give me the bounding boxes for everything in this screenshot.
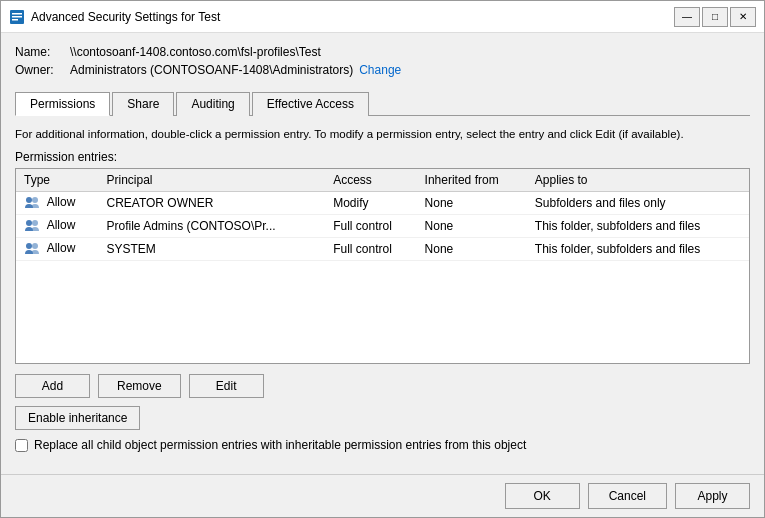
col-inherited-from: Inherited from [417,169,527,192]
svg-rect-2 [12,16,22,18]
tab-content-permissions: For additional information, double-click… [15,116,750,462]
enable-inheritance-button[interactable]: Enable inheritance [15,406,140,430]
replace-permissions-row: Replace all child object permission entr… [15,438,750,452]
edit-button[interactable]: Edit [189,374,264,398]
svg-rect-3 [12,19,18,21]
cancel-button[interactable]: Cancel [588,483,667,509]
owner-value: Administrators (CONTOSOANF-1408\Administ… [70,63,353,77]
maximize-button[interactable]: □ [702,7,728,27]
replace-permissions-label: Replace all child object permission entr… [34,438,526,452]
footer: OK Cancel Apply [1,474,764,517]
row-1-applies-to: This folder, subfolders and files [527,215,749,238]
content-area: Name: \\contosoanf-1408.contoso.com\fsl-… [1,33,764,474]
permissions-table-body: Allow CREATOR OWNER Modify None Subfolde… [16,192,749,261]
tab-bar: Permissions Share Auditing Effective Acc… [15,91,750,116]
close-button[interactable]: ✕ [730,7,756,27]
tab-effective-access[interactable]: Effective Access [252,92,369,116]
user-icon [24,241,40,257]
window-controls: — □ ✕ [674,7,756,27]
window-title: Advanced Security Settings for Test [31,10,674,24]
permissions-table: Type Principal Access Inherited from App… [16,169,749,261]
owner-label: Owner: [15,63,70,77]
apply-button[interactable]: Apply [675,483,750,509]
row-2-access: Full control [325,238,416,261]
tab-permissions[interactable]: Permissions [15,92,110,116]
svg-point-9 [32,243,38,249]
inheritance-button-container: Enable inheritance [15,406,750,438]
row-2-type: Allow [16,238,98,261]
svg-point-7 [32,220,38,226]
description-text: For additional information, double-click… [15,126,750,142]
user-icon [24,218,40,234]
row-1-type: Allow [16,215,98,238]
ok-button[interactable]: OK [505,483,580,509]
title-bar: Advanced Security Settings for Test — □ … [1,1,764,33]
row-0-principal: CREATOR OWNER [98,192,325,215]
col-applies-to: Applies to [527,169,749,192]
row-0-inherited-from: None [417,192,527,215]
change-link[interactable]: Change [359,63,401,77]
row-0-type: Allow [16,192,98,215]
name-label: Name: [15,45,70,59]
table-row[interactable]: Allow Profile Admins (CONTOSO\Pr... Full… [16,215,749,238]
svg-point-8 [26,243,32,249]
col-access: Access [325,169,416,192]
owner-row: Owner: Administrators (CONTOSOANF-1408\A… [15,63,750,77]
row-0-applies-to: Subfolders and files only [527,192,749,215]
window-icon [9,9,25,25]
permission-entries-label: Permission entries: [15,150,750,164]
user-icon [24,195,40,211]
svg-point-5 [32,197,38,203]
action-buttons: Add Remove Edit [15,374,750,398]
permissions-table-container: Type Principal Access Inherited from App… [15,168,750,364]
row-2-inherited-from: None [417,238,527,261]
row-2-applies-to: This folder, subfolders and files [527,238,749,261]
table-row[interactable]: Allow SYSTEM Full control None This fold… [16,238,749,261]
name-row: Name: \\contosoanf-1408.contoso.com\fsl-… [15,45,750,59]
minimize-button[interactable]: — [674,7,700,27]
svg-point-4 [26,197,32,203]
tab-auditing[interactable]: Auditing [176,92,249,116]
row-1-inherited-from: None [417,215,527,238]
row-2-principal: SYSTEM [98,238,325,261]
col-principal: Principal [98,169,325,192]
remove-button[interactable]: Remove [98,374,181,398]
name-value: \\contosoanf-1408.contoso.com\fsl-profil… [70,45,321,59]
row-0-access: Modify [325,192,416,215]
row-1-access: Full control [325,215,416,238]
col-type: Type [16,169,98,192]
add-button[interactable]: Add [15,374,90,398]
svg-point-6 [26,220,32,226]
replace-permissions-checkbox[interactable] [15,439,28,452]
row-1-principal: Profile Admins (CONTOSO\Pr... [98,215,325,238]
table-header-row: Type Principal Access Inherited from App… [16,169,749,192]
main-window: Advanced Security Settings for Test — □ … [0,0,765,518]
table-row[interactable]: Allow CREATOR OWNER Modify None Subfolde… [16,192,749,215]
svg-rect-1 [12,13,22,15]
tab-share[interactable]: Share [112,92,174,116]
